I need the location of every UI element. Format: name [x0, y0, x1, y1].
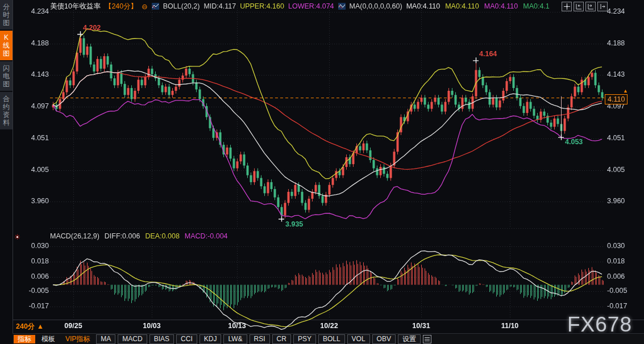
boll-indicator-icon[interactable]	[152, 3, 159, 10]
boll-mid: MID:4.117	[203, 2, 236, 10]
tab-VOL[interactable]: VOL	[347, 334, 370, 344]
boll-lower: LOWER:4.074	[288, 2, 334, 10]
price-up-arrow-icon: ▲	[623, 88, 628, 94]
macd-tick-r: 0.018	[607, 257, 641, 265]
price-tick-r: 4.234	[607, 7, 641, 15]
macd-value: MACD:-0.004	[185, 232, 228, 240]
price-tick-r: 4.005	[607, 166, 641, 174]
price-tick-l: 4.051	[23, 134, 49, 142]
price-tick-r: 4.188	[607, 39, 641, 47]
tab-LW&[interactable]: LW&	[223, 334, 247, 344]
swing-price-label: 4.053	[565, 138, 583, 146]
price-tick-r: 4.051	[607, 134, 641, 142]
tab-RSI[interactable]: RSI	[250, 334, 270, 344]
chart-window-controls	[562, 2, 608, 11]
macd-tick-r: -0.005	[607, 287, 641, 295]
date-label: 10/03	[138, 322, 165, 330]
date-label: 09/25	[60, 322, 87, 330]
tab-VIP指标[interactable]: VIP指标	[61, 335, 94, 343]
boll-name: BOLL(20,2)	[163, 2, 200, 10]
tab-设置[interactable]: 设置	[398, 334, 421, 344]
macd-tick-r: 0.006	[607, 272, 641, 280]
chart-legend: 美债10年收益率 【240分】 ⊖ BOLL(20,2) MID:4.117 U…	[50, 2, 550, 11]
macd-tick-l: 0.006	[23, 272, 49, 280]
swing-price-label: 4.164	[479, 50, 497, 58]
left-sidebar: 分 时 图K 线 图闪 电 图合 约 资 料	[0, 0, 13, 344]
date-label: 11/10	[496, 322, 523, 330]
ma-value-2: MA0:4.110	[484, 2, 518, 10]
price-tick-l: 4.188	[23, 39, 49, 47]
sidebar-item-0[interactable]: 分 时 图	[0, 0, 13, 30]
ma-name: MA(0,0,0,0,0,60)	[350, 2, 402, 10]
tab-CCI[interactable]: CCI	[176, 334, 197, 344]
timeframe-arrow-icon: ▲	[37, 322, 44, 330]
ma-indicator-icon[interactable]	[338, 3, 346, 10]
tab-BOLL[interactable]: BOLL	[318, 334, 345, 344]
pan-right-icon[interactable]	[597, 2, 608, 11]
date-label: 10/31	[408, 322, 435, 330]
price-tick-l: 4.234	[23, 7, 49, 15]
tab-KDJ[interactable]: KDJ	[200, 334, 222, 344]
chart-application: 分 时 图K 线 图闪 电 图合 约 资 料 美债10年收益率 【240分】 ⊖…	[0, 0, 644, 344]
tab-指标[interactable]: 指标	[14, 335, 35, 343]
macd-tick-r: 0.030	[607, 242, 641, 250]
current-price-badge: 4.110	[605, 94, 628, 104]
sidebar-item-1[interactable]: K 线 图	[0, 31, 13, 60]
collapse-indicator-icon[interactable]: ⊖	[142, 2, 147, 11]
macd-tick-l: -0.017	[23, 302, 49, 310]
period-badge: 【240分】	[105, 2, 138, 11]
macd-tick-l: 0.030	[23, 242, 49, 250]
price-tick-l: 4.097	[23, 102, 49, 110]
timeframe-label[interactable]: 240分 ▲	[16, 322, 44, 332]
ma-value-3: MA0:4.1	[523, 2, 550, 10]
tab-CR[interactable]: CR	[272, 334, 291, 344]
tab-MACD[interactable]: MACD	[118, 334, 147, 344]
tab-BIAS[interactable]: BIAS	[149, 334, 174, 344]
swing-price-label: 3.935	[285, 220, 303, 228]
crosshair-icon[interactable]	[562, 2, 572, 11]
sidebar-item-2[interactable]: 闪 电 图	[0, 61, 13, 91]
macd-diff: DIFF:0.006	[105, 232, 140, 240]
swing-price-label: 4.202	[83, 24, 101, 32]
tab-OBV[interactable]: OBV	[372, 334, 396, 344]
boll-upper: UPPER:4.160	[240, 2, 284, 10]
tab-PSY[interactable]: PSY	[293, 334, 316, 344]
macd-tick-r: -0.017	[607, 302, 641, 310]
price-tick-r: 3.960	[607, 197, 641, 205]
alert-flash-icon[interactable]: ✳	[13, 233, 22, 241]
price-tick-l: 4.005	[23, 166, 49, 174]
zoom-in-axis-icon[interactable]	[585, 2, 596, 11]
layout-grid-icon[interactable]	[423, 335, 431, 343]
ma-values: MA0:4.110MA0:4.110MA0:4.110MA0:4.1	[406, 2, 550, 10]
tab-模板[interactable]: 模板	[38, 335, 59, 343]
ma-value-0: MA0:4.110	[406, 2, 441, 10]
price-tick-l: 3.960	[23, 197, 49, 205]
macd-legend: MACD(26,12,9) DIFF:0.006 DEA:0.008 MACD:…	[50, 232, 228, 240]
macd-tick-l: 0.018	[23, 257, 49, 265]
date-label: 10/22	[315, 322, 343, 330]
instrument-title: 美债10年收益率	[50, 2, 101, 11]
tab-MA[interactable]: MA	[96, 334, 115, 344]
date-label: 10/13	[223, 322, 251, 330]
sidebar-item-3[interactable]: 合 约 资 料	[0, 92, 13, 129]
zoom-out-axis-icon[interactable]	[574, 2, 584, 11]
indicator-toolbar: 指标模板VIP指标MAMACDBIASCCIKDJLW&RSICRPSYBOLL…	[13, 333, 644, 344]
macd-name: MACD(26,12,9)	[50, 232, 99, 240]
ma-value-1: MA0:4.110	[445, 2, 479, 10]
candlestick-chart-canvas[interactable]	[0, 0, 644, 344]
macd-dea: DEA:0.008	[145, 232, 179, 240]
price-tick-l: 4.143	[23, 70, 49, 78]
price-tick-r: 4.143	[607, 70, 641, 78]
macd-tick-l: -0.005	[23, 287, 49, 295]
